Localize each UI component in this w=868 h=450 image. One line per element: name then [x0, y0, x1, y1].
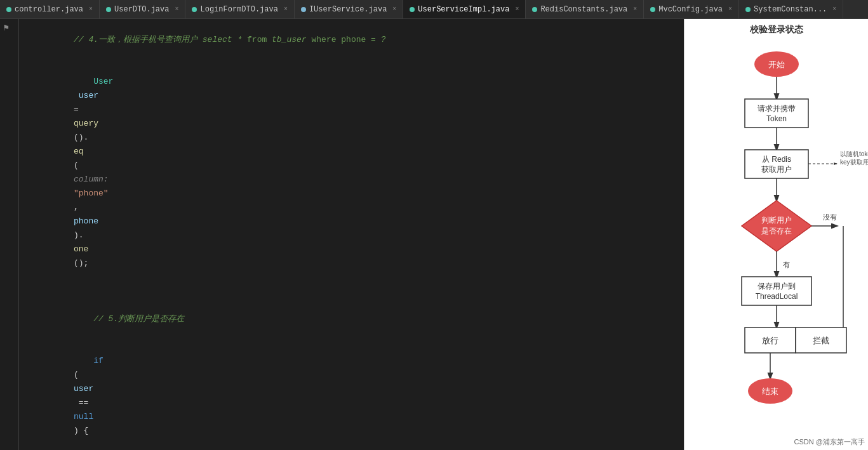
node-request: [745, 99, 808, 128]
tab-dot-userserviceimpl: [410, 7, 415, 12]
svg-text:开始: 开始: [768, 60, 785, 69]
tab-dot-iuserservice: [301, 7, 306, 12]
watermark: CSDN @浦东第一高手: [794, 437, 865, 447]
tab-close-redisconstants[interactable]: ×: [633, 6, 637, 13]
tab-close-systemconst[interactable]: ×: [832, 6, 836, 13]
svg-text:以随机token: 以随机token: [840, 150, 868, 157]
tab-mvcconfig[interactable]: MvcConfig.java ×: [644, 0, 739, 18]
svg-text:请求并携带: 请求并携带: [758, 104, 796, 113]
diagram-svg: 开始 请求并携带 Token 从 Redis 获取用户 以随机token key…: [684, 39, 868, 447]
tab-close-loginformdto[interactable]: ×: [284, 6, 288, 13]
tab-close-iuserservice[interactable]: ×: [392, 6, 396, 13]
tab-dot-mvcconfig: [650, 7, 655, 12]
main-container: ⚑ // 4.一致，根据手机号查询用户 select * from tb_use…: [0, 19, 868, 450]
code-line-1: // 4.一致，根据手机号查询用户 select * from tb_user …: [19, 19, 684, 61]
svg-text:key获取用户: key获取用户: [840, 159, 868, 166]
svg-text:保存用户到: 保存用户到: [758, 282, 796, 291]
svg-text:拦截: 拦截: [813, 336, 829, 345]
node-save: [742, 277, 811, 305]
svg-text:从 Redis: 从 Redis: [762, 155, 791, 164]
svg-text:是否存在: 是否存在: [761, 227, 792, 235]
code-line-5: if ( user == null ) {: [19, 340, 684, 450]
tab-iuserservice[interactable]: IUserService.java ×: [295, 0, 403, 18]
code-area[interactable]: // 4.一致，根据手机号查询用户 select * from tb_user …: [19, 19, 684, 450]
tab-userserviceimpl[interactable]: UserServiceImpl.java ×: [403, 0, 526, 18]
tab-close-controller[interactable]: ×: [89, 6, 93, 13]
svg-text:判断用户: 判断用户: [761, 216, 792, 225]
svg-text:结束: 结束: [762, 387, 778, 396]
tab-dot-loginformdto: [192, 7, 197, 12]
svg-text:放行: 放行: [762, 336, 778, 345]
tab-systemconst[interactable]: SystemConstan... ×: [739, 0, 843, 18]
node-redis: [745, 150, 808, 178]
left-gutter: ⚑: [0, 19, 19, 450]
tab-controller[interactable]: controller.java ×: [0, 0, 100, 18]
tab-close-userserviceimpl[interactable]: ×: [515, 6, 519, 13]
tab-userdto[interactable]: UserDTO.java ×: [100, 0, 185, 18]
svg-text:Token: Token: [766, 114, 787, 123]
gutter-icon-1[interactable]: ⚑: [4, 22, 15, 34]
node-judge: [742, 201, 811, 251]
svg-text:没有: 没有: [823, 213, 837, 221]
tab-close-mvcconfig[interactable]: ×: [728, 6, 732, 13]
tab-dot-controller: [6, 7, 11, 12]
diagram-panel: 校验登录状态 开始 请求并携带 Token 从 Redis 获取用户: [684, 19, 868, 450]
svg-text:ThreadLocal: ThreadLocal: [756, 292, 798, 301]
svg-text:获取用户: 获取用户: [761, 165, 792, 174]
tab-dot-systemconst: [745, 7, 751, 12]
svg-text:有: 有: [783, 261, 790, 268]
tab-bar: controller.java × UserDTO.java × LoginFo…: [0, 0, 868, 19]
tab-dot-redisconstants: [532, 7, 537, 12]
tab-close-userdto[interactable]: ×: [175, 6, 178, 13]
diagram-title: 校验登录状态: [684, 19, 868, 39]
code-line-4: // 5.判断用户是否存在: [19, 298, 684, 340]
comment-1: // 4.一致，根据手机号查询用户 select *: [74, 35, 247, 44]
tab-loginformdto[interactable]: LoginFormDTO.java ×: [185, 0, 294, 18]
tab-redisconstants[interactable]: RedisConstants.java ×: [526, 0, 644, 18]
tab-dot-userdto: [106, 7, 111, 12]
code-line-2: User user = query (). eq ( column: "phon…: [19, 61, 684, 284]
flowchart-svg: 开始 请求并携带 Token 从 Redis 获取用户 以随机token key…: [684, 39, 868, 445]
code-line-3: [19, 284, 684, 298]
code-content: // 4.一致，根据手机号查询用户 select * from tb_user …: [19, 19, 684, 450]
